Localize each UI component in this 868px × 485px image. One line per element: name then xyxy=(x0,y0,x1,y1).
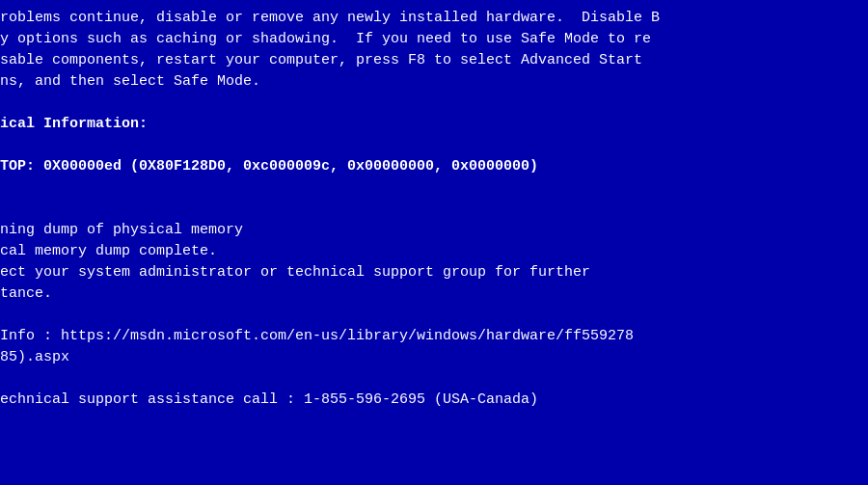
empty-line xyxy=(0,177,868,199)
empty-line xyxy=(0,305,868,326)
bsod-text-line: tance. xyxy=(0,283,868,305)
empty-line xyxy=(0,135,868,156)
bsod-content: roblems continue, disable or remove any … xyxy=(0,0,868,485)
bsod-text-line: roblems continue, disable or remove any … xyxy=(0,8,868,29)
bsod-screen: roblems continue, disable or remove any … xyxy=(0,0,868,485)
empty-line xyxy=(0,93,868,114)
bsod-text-line: sable components, restart your computer,… xyxy=(0,50,868,71)
empty-line xyxy=(0,368,868,390)
bsod-text-line: TOP: 0X00000ed (0X80F128D0, 0xc000009c, … xyxy=(0,156,868,177)
bsod-text-line: ical Information: xyxy=(0,114,868,135)
bsod-text-line: ns, and then select Safe Mode. xyxy=(0,71,868,93)
bsod-text-line: cal memory dump complete. xyxy=(0,241,868,262)
bsod-text-line: 85).aspx xyxy=(0,347,868,368)
bsod-text-line: Info : https://msdn.microsoft.com/en-us/… xyxy=(0,326,868,347)
bsod-text-line: echnical support assistance call : 1-855… xyxy=(0,390,868,411)
bsod-text-line: ning dump of physical memory xyxy=(0,220,868,241)
bsod-text-line: y options such as caching or shadowing. … xyxy=(0,29,868,50)
empty-line xyxy=(0,199,868,220)
bsod-text-line: ect your system administrator or technic… xyxy=(0,262,868,283)
